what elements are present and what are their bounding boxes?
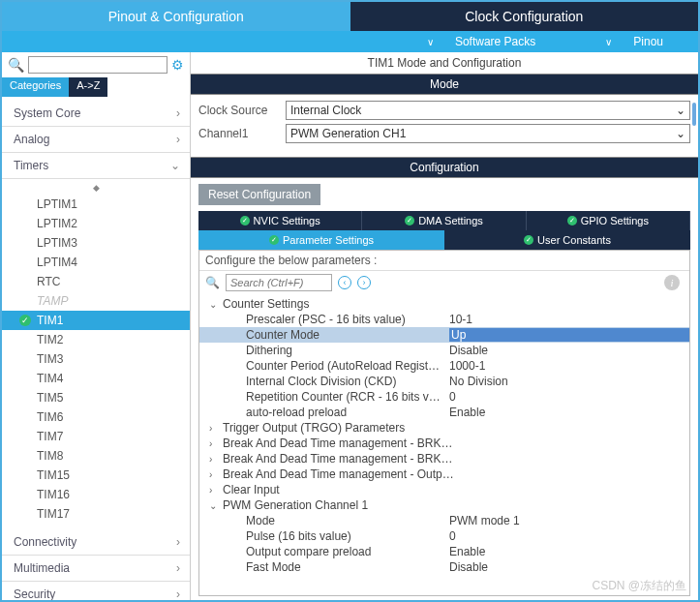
group-brk1[interactable]: ›Break And Dead Time management - BRK… [199, 436, 689, 451]
param-row[interactable]: auto-reload preloadEnable [199, 405, 689, 420]
subbar-pinout[interactable]: ∨Pinou [588, 35, 681, 48]
timer-item-tim6[interactable]: TIM6 [2, 407, 190, 427]
param-row[interactable]: Internal Clock Division (CKD)No Division [199, 374, 689, 389]
timer-item-tim15[interactable]: TIM15 [2, 466, 190, 485]
timer-item-tim17[interactable]: TIM17 [2, 504, 190, 524]
param-row[interactable]: Prescaler (PSC - 16 bits value)10-1 [199, 312, 689, 327]
param-row[interactable]: Repetition Counter (RCR - 16 bits v…0 [199, 389, 689, 405]
check-icon: ✓ [405, 216, 414, 226]
cat-system-core[interactable]: System Core› [2, 101, 190, 127]
top-tabs: Pinout & Configuration Clock Configurati… [2, 2, 698, 31]
timer-item-lptim3[interactable]: LPTIM3 [2, 233, 190, 253]
chevron-right-icon: › [176, 587, 180, 600]
check-icon: ✓ [240, 216, 250, 226]
gear-icon[interactable]: ⚙ [171, 57, 184, 73]
tab-dma[interactable]: ✓DMA Settings [362, 211, 526, 230]
timer-item-tim5[interactable]: TIM5 [2, 388, 190, 407]
tab-gpio[interactable]: ✓GPIO Settings [527, 211, 690, 230]
param-row[interactable]: Counter Period (AutoReload Regist…1000-1 [199, 358, 689, 374]
group-trgo[interactable]: ›Trigger Output (TRGO) Parameters [199, 420, 689, 436]
search-icon: 🔍 [8, 57, 24, 73]
chevron-right-icon: › [209, 469, 223, 480]
chevron-right-icon: › [176, 133, 180, 146]
param-search-input[interactable] [226, 274, 332, 291]
timer-item-tim2[interactable]: TIM2 [2, 330, 190, 349]
reset-configuration-button[interactable]: Reset Configuration [198, 184, 320, 205]
timer-item-rtc[interactable]: RTC [2, 272, 190, 291]
timer-item-tim8[interactable]: TIM8 [2, 446, 190, 466]
tab-a-z[interactable]: A->Z [69, 77, 107, 97]
cat-security[interactable]: Security› [2, 582, 190, 600]
tab-parameter-settings[interactable]: ✓Parameter Settings [198, 230, 444, 250]
timer-item-tim4[interactable]: TIM4 [2, 369, 190, 388]
search-icon: 🔍 [205, 276, 220, 289]
group-pwm1[interactable]: ⌄PWM Generation Channel 1 [199, 497, 689, 513]
param-row[interactable]: DitheringDisable [199, 343, 689, 358]
param-row[interactable]: Fast ModeDisable [199, 559, 689, 575]
tab-user-constants[interactable]: ✓User Constants [444, 230, 690, 250]
param-row[interactable]: Output compare preloadEnable [199, 544, 689, 559]
chevron-right-icon: › [209, 454, 223, 465]
check-icon: ✓ [269, 235, 279, 245]
timer-item-lptim2[interactable]: LPTIM2 [2, 214, 190, 233]
group-clear[interactable]: ›Clear Input [199, 482, 689, 497]
tab-pinout[interactable]: Pinout & Configuration [2, 2, 350, 31]
timer-item-tim3[interactable]: TIM3 [2, 349, 190, 369]
cat-analog[interactable]: Analog› [2, 127, 190, 153]
parameters-head: Configure the below parameters : [199, 251, 689, 271]
cat-timers[interactable]: Timers⌄ [2, 153, 190, 179]
next-match-button[interactable]: › [357, 276, 371, 289]
timer-item-tamp[interactable]: TAMP [2, 291, 190, 311]
cat-multimedia[interactable]: Multimedia› [2, 556, 190, 582]
chevron-right-icon: › [209, 438, 223, 449]
check-icon: ✓ [19, 315, 31, 326]
channel1-label: Channel1 [198, 127, 286, 140]
chevron-right-icon: › [209, 423, 223, 434]
chevron-right-icon: › [176, 561, 180, 575]
clock-source-label: Clock Source [198, 104, 286, 117]
param-row[interactable]: ModePWM mode 1 [199, 513, 689, 528]
category-tree: System Core› Analog› Timers⌄ ◆ LPTIM1LPT… [2, 97, 190, 600]
chevron-down-icon: ⌄ [209, 500, 223, 511]
chevron-right-icon: › [209, 485, 223, 496]
right-panel: TIM1 Mode and Configuration Mode Clock S… [191, 52, 698, 600]
timer-item-tim16[interactable]: TIM16 [2, 485, 190, 504]
prev-match-button[interactable]: ‹ [338, 276, 351, 289]
group-outp[interactable]: ›Break And Dead Time management - Outp… [199, 467, 689, 482]
chevron-right-icon: › [176, 106, 180, 120]
category-search-input[interactable] [28, 56, 167, 74]
left-panel: 🔍 ⚙ Categories A->Z System Core› Analog›… [2, 52, 191, 600]
timer-item-lptim4[interactable]: LPTIM4 [2, 253, 190, 272]
scrollbar-thumb[interactable] [692, 103, 696, 126]
sort-caret-icon[interactable]: ◆ [2, 181, 190, 195]
check-icon: ✓ [524, 235, 533, 245]
chevron-down-icon: ⌄ [676, 104, 685, 117]
mode-header: Mode [191, 74, 698, 95]
chevron-down-icon: ⌄ [676, 127, 685, 140]
timer-item-tim7[interactable]: TIM7 [2, 427, 190, 446]
parameters-panel: Configure the below parameters : 🔍 ‹ › i… [198, 250, 690, 596]
config-header: Configuration [191, 157, 698, 178]
param-row[interactable]: Counter ModeUp [199, 327, 689, 343]
subbar-software-packs[interactable]: ∨Software Packs [410, 35, 553, 48]
clock-source-select[interactable]: Internal Clock⌄ [286, 101, 690, 120]
tab-categories[interactable]: Categories [2, 77, 69, 97]
cat-connectivity[interactable]: Connectivity› [2, 529, 190, 556]
timer-item-lptim1[interactable]: LPTIM1 [2, 195, 190, 214]
check-icon: ✓ [567, 216, 577, 226]
group-counter-settings[interactable]: ⌄Counter Settings [199, 296, 689, 312]
info-icon[interactable]: i [664, 275, 680, 290]
timer-item-tim1[interactable]: ✓TIM1 [2, 311, 190, 330]
tab-nvic[interactable]: ✓NVIC Settings [198, 211, 362, 230]
chevron-down-icon: ⌄ [170, 159, 180, 172]
tab-clock[interactable]: Clock Configuration [350, 2, 699, 31]
group-brk2[interactable]: ›Break And Dead Time management - BRK… [199, 451, 689, 467]
param-row[interactable]: Pulse (16 bits value)0 [199, 528, 689, 544]
subbar: ∨Software Packs ∨Pinou [2, 31, 698, 52]
chevron-down-icon: ⌄ [209, 299, 223, 310]
channel1-select[interactable]: PWM Generation CH1⌄ [286, 124, 690, 143]
chevron-right-icon: › [176, 535, 180, 549]
panel-title: TIM1 Mode and Configuration [191, 52, 698, 74]
